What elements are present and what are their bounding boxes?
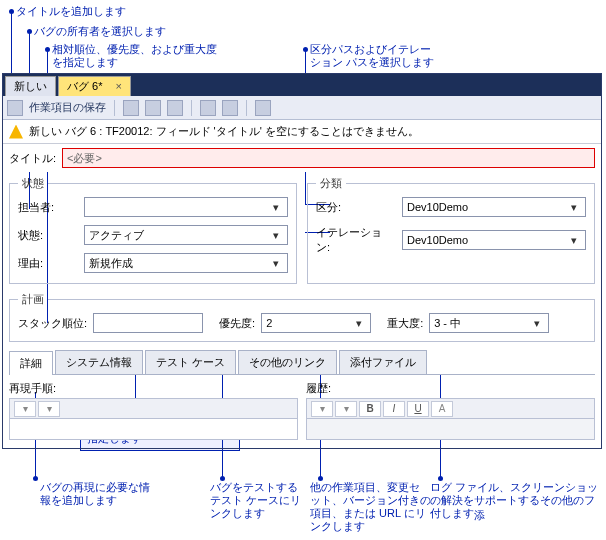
callout-testcase-3: ンクします: [210, 506, 265, 521]
tab-bug6[interactable]: バグ 6* ×: [58, 76, 131, 96]
repro-label: 再現手順:: [9, 381, 298, 396]
history-editor[interactable]: [306, 418, 595, 440]
callout-priority-2: を指定します: [52, 55, 118, 70]
tab-new-label: 新しい: [14, 80, 47, 92]
window-tabbar: 新しい バグ 6* ×: [3, 74, 601, 96]
toolbar-separator: [114, 100, 115, 116]
callout-area-2: ション パスを選択します: [310, 55, 434, 70]
warning-icon: [9, 125, 23, 139]
toolbar: 作業項目の保存: [3, 96, 601, 120]
callout-owner: バグの所有者を選択します: [34, 24, 166, 39]
rank-input[interactable]: [93, 313, 203, 333]
area-combo[interactable]: Dev10Demo ▾: [402, 197, 586, 217]
callout-title: タイトルを追加します: [16, 4, 126, 19]
italic-icon[interactable]: I: [383, 401, 405, 417]
toolbar-icon[interactable]: [167, 100, 183, 116]
rank-label: スタック順位:: [18, 316, 87, 331]
save-button[interactable]: 作業項目の保存: [29, 100, 106, 115]
history-toolbar: ▾ ▾ B I U A: [306, 398, 595, 418]
tab-other-links[interactable]: その他のリンク: [238, 350, 337, 374]
priority-value: 2: [266, 317, 272, 329]
title-label: タイトル:: [9, 151, 56, 166]
toolbar-icon[interactable]: [222, 100, 238, 116]
callout-dot: [220, 476, 225, 481]
chevron-down-icon: ▾: [567, 234, 581, 247]
reason-label: 理由:: [18, 256, 78, 271]
callout-repro-2: 報を追加します: [40, 493, 117, 508]
tab-details[interactable]: 詳細: [9, 351, 53, 375]
tab-test-cases[interactable]: テスト ケース: [145, 350, 236, 374]
iteration-value: Dev10Demo: [407, 234, 468, 246]
area-label: 区分:: [316, 200, 396, 215]
status-group: 状態 担当者: ▾ 状態: アクティブ ▾ 理由: 新規作成 ▾: [9, 176, 297, 284]
classification-legend: 分類: [316, 176, 346, 191]
assignee-combo[interactable]: ▾: [84, 197, 288, 217]
callout-dot: [438, 476, 443, 481]
validation-message: 新しい バグ 6 : TF20012: フィールド 'タイトル' を空にすること…: [29, 124, 419, 139]
assignee-label: 担当者:: [18, 200, 78, 215]
toolbar-separator: [246, 100, 247, 116]
tab-new[interactable]: 新しい: [5, 76, 56, 96]
callout-dot: [318, 476, 323, 481]
priority-combo[interactable]: 2 ▾: [261, 313, 371, 333]
font-color-icon[interactable]: A: [431, 401, 453, 417]
callout-dot: [33, 476, 38, 481]
rte-combo[interactable]: ▾: [311, 401, 333, 417]
chevron-down-icon: ▾: [530, 317, 544, 330]
repro-toolbar: ▾ ▾: [9, 398, 298, 418]
callout-attach-3: 付します: [430, 506, 474, 521]
plan-legend: 計画: [18, 292, 48, 307]
iteration-label: イテレーション:: [316, 225, 396, 255]
work-item-window: 新しい バグ 6* × 作業項目の保存 新しい バグ 6 : TF20012: …: [2, 73, 602, 449]
close-icon[interactable]: ×: [116, 80, 122, 92]
toolbar-icon[interactable]: [255, 100, 271, 116]
chevron-down-icon: ▾: [269, 201, 283, 214]
underline-icon[interactable]: U: [407, 401, 429, 417]
iteration-combo[interactable]: Dev10Demo ▾: [402, 230, 586, 250]
reason-combo[interactable]: 新規作成 ▾: [84, 253, 288, 273]
plan-group: 計画 スタック順位: 優先度: 2 ▾ 重大度: 3 - 中 ▾: [9, 292, 595, 342]
classification-group: 分類 区分: Dev10Demo ▾ イテレーション: Dev10Demo ▾: [307, 176, 595, 284]
history-panel: 履歴: ▾ ▾ B I U A: [306, 381, 595, 440]
severity-value: 3 - 中: [434, 316, 461, 331]
repro-editor[interactable]: [9, 418, 298, 440]
tab-attachments[interactable]: 添付ファイル: [339, 350, 427, 374]
chevron-down-icon: ▾: [567, 201, 581, 214]
reason-value: 新規作成: [89, 256, 133, 271]
rte-combo[interactable]: ▾: [38, 401, 60, 417]
priority-label: 優先度:: [219, 316, 255, 331]
chevron-down-icon: ▾: [269, 229, 283, 242]
chevron-down-icon: ▾: [269, 257, 283, 270]
toolbar-icon[interactable]: [200, 100, 216, 116]
rte-combo[interactable]: ▾: [14, 401, 36, 417]
area-value: Dev10Demo: [407, 201, 468, 213]
history-label: 履歴:: [306, 381, 595, 396]
details-tabs: 詳細 システム情報 テスト ケース その他のリンク 添付ファイル: [9, 350, 595, 375]
save-icon[interactable]: [7, 100, 23, 116]
tab-system-info[interactable]: システム情報: [55, 350, 143, 374]
bold-icon[interactable]: B: [359, 401, 381, 417]
state-value: アクティブ: [89, 228, 144, 243]
validation-row: 新しい バグ 6 : TF20012: フィールド 'タイトル' を空にすること…: [3, 120, 601, 144]
rte-combo[interactable]: ▾: [335, 401, 357, 417]
callout-links-4: ンクします: [310, 519, 365, 534]
toolbar-separator: [191, 100, 192, 116]
chevron-down-icon: ▾: [352, 317, 366, 330]
toolbar-icon[interactable]: [123, 100, 139, 116]
tab-bug6-label: バグ 6*: [67, 80, 102, 92]
status-legend: 状態: [18, 176, 48, 191]
toolbar-icon[interactable]: [145, 100, 161, 116]
repro-panel: 再現手順: ▾ ▾: [9, 381, 298, 440]
state-combo[interactable]: アクティブ ▾: [84, 225, 288, 245]
title-row: タイトル: <必要>: [3, 144, 601, 172]
severity-combo[interactable]: 3 - 中 ▾: [429, 313, 549, 333]
severity-label: 重大度:: [387, 316, 423, 331]
title-input[interactable]: <必要>: [62, 148, 595, 168]
state-label: 状態:: [18, 228, 78, 243]
